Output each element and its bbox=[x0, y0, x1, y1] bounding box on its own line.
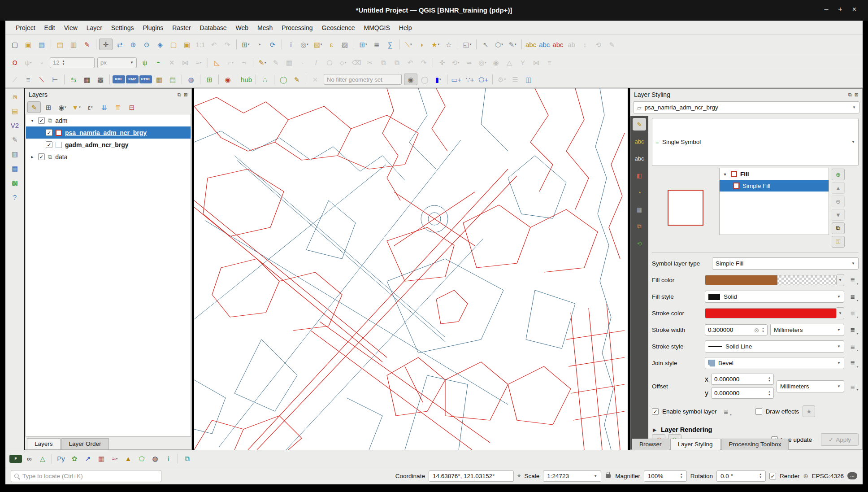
undock-panel-icon[interactable]: ⧉ bbox=[178, 92, 181, 98]
coordinate-field[interactable]: 14.63876°, 121.03152° bbox=[429, 470, 514, 482]
earth-globe-icon[interactable]: ◍ bbox=[149, 453, 161, 464]
fill-color-dropdown[interactable]: ▼ bbox=[837, 274, 844, 286]
annotation-icon[interactable]: ✎▾ bbox=[506, 39, 519, 50]
dock-edit-pencil-icon[interactable]: ✎ bbox=[9, 134, 21, 145]
stroke-color-dropdown[interactable]: ▼ bbox=[837, 307, 844, 319]
offset-x-spinbox[interactable]: 0.000000▲▼ bbox=[711, 374, 774, 385]
undock-panel-icon[interactable]: ⧉ bbox=[848, 92, 852, 98]
share-layers-icon[interactable]: ∴ bbox=[259, 74, 271, 85]
profile-tool-icon[interactable]: ≈▾ bbox=[108, 453, 121, 464]
new-point-layer-icon[interactable]: ∵+ bbox=[464, 74, 476, 85]
stroke-width-unit-dropdown[interactable]: Millimeters▼ bbox=[770, 324, 844, 336]
close-panel-icon[interactable]: ⊠ bbox=[184, 92, 188, 98]
panel-toggle-icon[interactable]: ◫ bbox=[522, 74, 535, 85]
open-layer-styling-dock-icon[interactable]: ✎ bbox=[27, 101, 41, 113]
renderer-dropdown[interactable]: ≡ Single Symbol▼ bbox=[652, 118, 859, 166]
new-bookmark-icon[interactable]: ★▾ bbox=[429, 39, 442, 50]
join-style-dropdown[interactable]: Bevel▼ bbox=[705, 357, 844, 369]
data-defined-override-icon[interactable]: ≣ bbox=[847, 275, 859, 286]
visibility-checkbox[interactable]: ✓ bbox=[46, 141, 52, 148]
render-checkbox[interactable]: ✓ bbox=[769, 473, 776, 479]
show-bookmarks-icon[interactable]: ☆ bbox=[443, 39, 455, 50]
fgis-export-icon[interactable]: F bbox=[9, 455, 22, 463]
plot-builder-icon[interactable]: ↗ bbox=[82, 453, 94, 464]
raster-bw-grid-icon[interactable]: ▦ bbox=[81, 74, 93, 85]
new-scratch-rect-layer-icon[interactable]: ▭+ bbox=[450, 74, 463, 85]
tile-layers-icon[interactable]: ▦ bbox=[153, 74, 165, 85]
layer-item-gadm[interactable]: ✓ gadm_adm_ncr_brgy bbox=[26, 139, 191, 151]
snap-unit-dropdown[interactable]: px▼ bbox=[97, 57, 137, 68]
raster-checker-icon[interactable]: ▩ bbox=[94, 74, 107, 85]
menu-processing[interactable]: Processing bbox=[278, 23, 317, 33]
menu-mmqgis[interactable]: MMQGIS bbox=[360, 23, 394, 33]
offset-unit-dropdown[interactable]: Millimeters▼ bbox=[777, 380, 844, 392]
tab-layer-order[interactable]: Layer Order bbox=[61, 438, 109, 449]
digitize-shape-icon[interactable]: ⬡▾ bbox=[493, 39, 505, 50]
zoom-out-icon[interactable]: ⊖ bbox=[140, 39, 153, 50]
tab-layers[interactable]: Layers bbox=[27, 438, 61, 449]
select-by-expression-icon[interactable]: ε bbox=[325, 39, 338, 50]
zoom-in-icon[interactable]: ⊕ bbox=[127, 39, 139, 50]
locator-input[interactable] bbox=[22, 472, 158, 480]
menu-geoscience[interactable]: Geoscience bbox=[318, 23, 359, 33]
filter-geometry-dropdown[interactable]: No filter geometry set bbox=[324, 74, 402, 85]
minimize-button[interactable]: – bbox=[824, 5, 828, 13]
qhub-icon[interactable]: hub bbox=[240, 74, 253, 85]
new-print-layout-icon[interactable]: ▤ bbox=[54, 39, 66, 50]
data-defined-override-icon[interactable]: ≣ bbox=[847, 308, 859, 319]
snap-tolerance-spinbox[interactable]: 12▲▼ bbox=[50, 57, 95, 68]
close-panel-icon[interactable]: ⊠ bbox=[855, 92, 859, 98]
close-button[interactable]: × bbox=[852, 5, 856, 13]
kml-export-icon[interactable]: KML bbox=[113, 75, 125, 83]
tab-processing-toolbox[interactable]: Processing Toolbox bbox=[721, 439, 789, 450]
remove-layer-icon[interactable]: ⊟ bbox=[126, 102, 138, 113]
layer-item-psa-namria[interactable]: ✓ psa_namria_adm_ncr_brgy bbox=[26, 126, 191, 139]
menu-database[interactable]: Database bbox=[196, 23, 231, 33]
dock-help-icon[interactable]: ? bbox=[9, 192, 21, 202]
tab-browser[interactable]: Browser bbox=[632, 439, 669, 450]
symbol-node-simple-fill[interactable]: Simple Fill bbox=[720, 180, 829, 192]
water-globe-icon[interactable]: ◍ bbox=[185, 74, 197, 85]
zoom-full-icon[interactable]: ◈ bbox=[154, 39, 166, 50]
terrain-shading-icon[interactable]: ▲ bbox=[122, 453, 135, 464]
duplicate-symbol-layer-button[interactable]: ⧉ bbox=[832, 222, 845, 234]
collapse-all-icon[interactable]: ⇈ bbox=[112, 102, 124, 113]
coordinate-toggle-icon[interactable]: ⌖ bbox=[517, 472, 521, 479]
open-attribute-table-icon[interactable]: ⊞▾ bbox=[357, 39, 369, 50]
visibility-checkbox[interactable]: ✓ bbox=[38, 117, 45, 124]
refresh-map-icon[interactable]: ⟳ bbox=[266, 39, 279, 50]
effects-star-icon[interactable]: ★ bbox=[803, 405, 815, 417]
layer-labeling-icon[interactable]: abc bbox=[525, 39, 537, 50]
raster-palette-icon[interactable]: ▦ bbox=[95, 453, 108, 464]
temporal-controller-icon[interactable]: ◔ bbox=[253, 39, 265, 50]
select-features-icon[interactable]: ▧▾ bbox=[312, 39, 324, 50]
symbol-node-fill[interactable]: ▾ Fill bbox=[720, 168, 829, 180]
html-export-icon[interactable]: HTML bbox=[139, 75, 152, 83]
stroke-color-button[interactable] bbox=[705, 308, 837, 318]
trim-extend-icon[interactable]: ⊢ bbox=[49, 74, 61, 85]
expander-icon[interactable]: ▸ bbox=[30, 154, 35, 159]
mask-tab-icon[interactable]: abc bbox=[633, 152, 646, 165]
filter-legend-icon[interactable]: ▼▾ bbox=[70, 102, 82, 113]
current-edits-icon[interactable]: ✎▾ bbox=[256, 57, 269, 68]
stroke-style-dropdown[interactable]: Solid Line▼ bbox=[705, 340, 844, 353]
symbology-tab-icon[interactable]: ✎ bbox=[633, 118, 646, 131]
filter-by-expression-icon[interactable]: ε▾ bbox=[84, 102, 96, 113]
attributes-form-tab-icon[interactable]: ⧉ bbox=[633, 220, 646, 233]
maximize-button[interactable]: + bbox=[838, 5, 842, 13]
save-project-icon[interactable]: ▦ bbox=[35, 39, 48, 50]
search-binoculars-icon[interactable]: ∞ bbox=[23, 453, 35, 464]
new-polygon-layer-icon[interactable]: ⬠+ bbox=[477, 74, 490, 85]
scale-dropdown[interactable]: 1:24723▼ bbox=[543, 470, 601, 482]
pin-labels-icon[interactable]: abc bbox=[551, 39, 564, 50]
menu-raster[interactable]: Raster bbox=[168, 23, 195, 33]
menu-help[interactable]: Help bbox=[395, 23, 416, 33]
dock-map-theme-icon[interactable]: ▤ bbox=[9, 105, 21, 116]
snapping-toggle-icon[interactable]: Ω bbox=[9, 57, 21, 68]
add-spreadsheet-layer-icon[interactable]: ⊞ bbox=[203, 74, 216, 85]
layer-diagram-icon[interactable]: abc bbox=[538, 39, 551, 50]
enable-symbol-layer-checkbox[interactable]: ✓ bbox=[652, 408, 659, 415]
menu-mesh[interactable]: Mesh bbox=[253, 23, 277, 33]
labels-tab-icon[interactable]: abc bbox=[633, 135, 646, 148]
visibility-checkbox[interactable]: ✓ bbox=[38, 153, 45, 160]
